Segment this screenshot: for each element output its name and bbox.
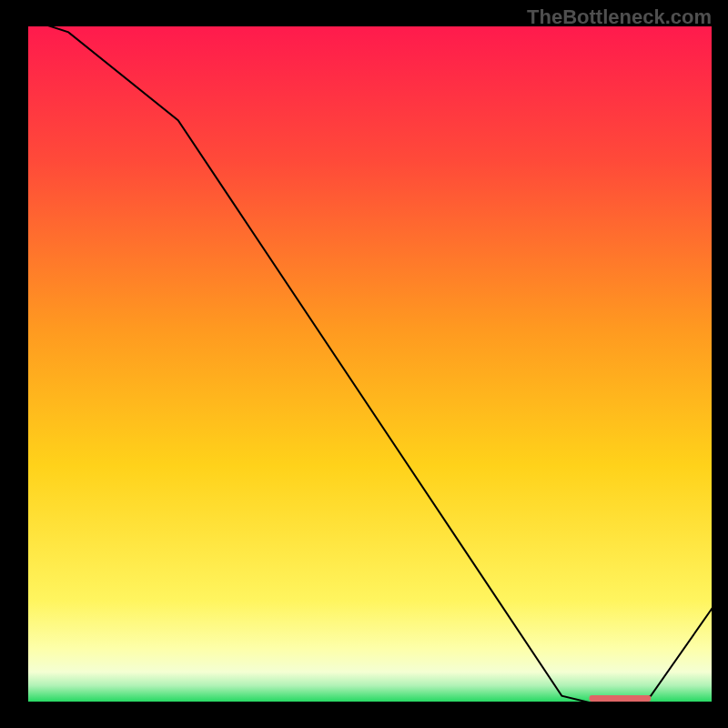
chart-svg (27, 25, 713, 703)
chart-background (27, 25, 713, 703)
optimal-marker (590, 695, 652, 702)
chart-plot-area (27, 25, 713, 703)
watermark-text: TheBottleneck.com (527, 5, 712, 29)
